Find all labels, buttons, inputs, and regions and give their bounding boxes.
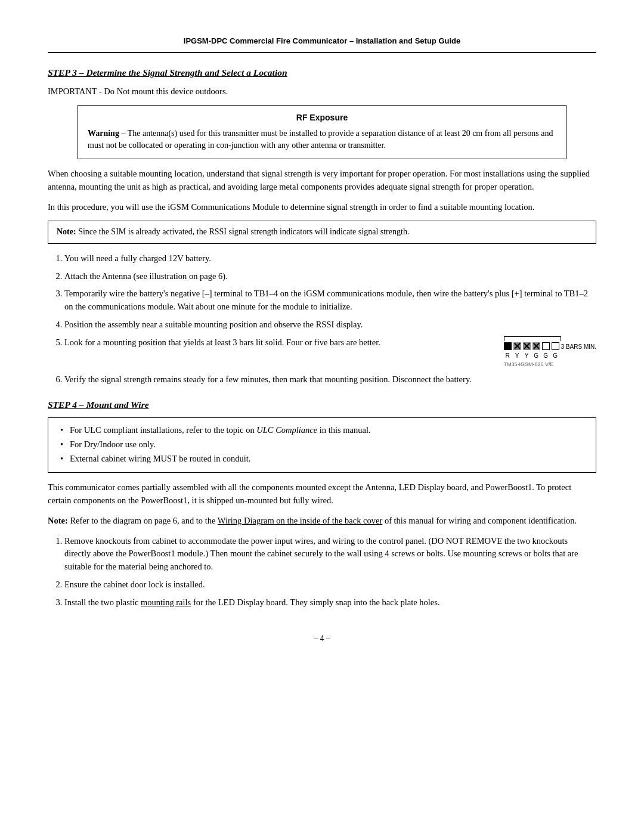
step3-heading: STEP 3 – Determine the Signal Strength a…	[48, 66, 596, 79]
page-header: IPGSM-DPC Commercial Fire Communicator –…	[48, 36, 596, 53]
ulc-italic: ULC Compliance	[256, 425, 317, 435]
step3-para2: In this procedure, you will use the iGSM…	[48, 201, 596, 214]
rf-warning-text: – The antenna(s) used for this transmitt…	[88, 129, 553, 150]
rssi-caption: TM35-IGSM-025 V/E	[504, 361, 554, 369]
step3-note-box: Note: Since the SIM is already activated…	[48, 221, 596, 243]
rf-exposure-box: RF Exposure Warning – The antenna(s) use…	[78, 105, 566, 159]
page-number: – 4 –	[48, 633, 596, 645]
rssi-bar-3	[523, 342, 531, 350]
step4-list-item-2: Ensure the cabinet door lock is installe…	[64, 578, 596, 592]
step4-heading: STEP 4 – Mount and Wire	[48, 398, 596, 411]
rssi-bar-1	[504, 342, 512, 350]
important-text: IMPORTANT - Do Not mount this device out…	[48, 85, 596, 98]
step4-list: Remove knockouts from cabinet to accommo…	[64, 535, 596, 609]
step3-list-item-2: Attach the Antenna (see illustration on …	[64, 270, 596, 283]
step4-bullet-box: For ULC compliant installations, refer t…	[48, 417, 596, 473]
step4-note-para: Note: Refer to the diagram on page 6, an…	[48, 515, 596, 528]
step4-bullet-2: For Dry/Indoor use only.	[58, 438, 586, 451]
three-bars-label: 3 BARS MIN.	[561, 342, 596, 351]
note-body: Since the SIM is already activated, the …	[76, 227, 410, 236]
rssi-bars	[504, 342, 559, 350]
step4-bullet-1: For ULC compliant installations, refer t…	[58, 424, 586, 437]
rssi-bracket	[504, 336, 561, 341]
step4-list-item-1: Remove knockouts from cabinet to accommo…	[64, 535, 596, 574]
step4-list-item-3: Install the two plastic mounting rails f…	[64, 596, 596, 609]
step4-para1: This communicator comes partially assemb…	[48, 481, 596, 507]
step3-list-item-3: Temporarily wire the battery's negative …	[64, 287, 596, 314]
rssi-bar-4	[532, 342, 540, 350]
step3-list-item-1: You will need a fully charged 12V batter…	[64, 252, 596, 265]
note-label: Note:	[57, 227, 76, 236]
step3-list-item-5: Look for a mounting position that yields…	[64, 336, 596, 369]
wiring-diagram-link: Wiring Diagram on the inside of the back…	[218, 516, 382, 525]
rf-warning-label: Warning	[88, 129, 119, 138]
step4-note-body: Refer to the diagram on page 6, and to t…	[68, 516, 218, 525]
rf-box-body: Warning – The antenna(s) used for this t…	[88, 128, 556, 152]
step4-note-label: Note:	[48, 516, 68, 525]
step3-list-item-4: Position the assembly near a suitable mo…	[64, 318, 596, 332]
step4-bullet-3: External cabinet wiring MUST be routed i…	[58, 453, 586, 466]
mounting-rails-link: mounting rails	[141, 597, 191, 607]
rf-box-title: RF Exposure	[88, 112, 556, 123]
step3-list-item-6: Verify the signal strength remains stead…	[64, 373, 596, 386]
rssi-diagram: 3 BARS MIN. R Y Y G G G TM35-IGSM-025 V/…	[504, 336, 596, 369]
step4-section: STEP 4 – Mount and Wire For ULC complian…	[48, 398, 596, 609]
step3-para1: When choosing a suitable mounting locati…	[48, 168, 596, 194]
rssi-bar-5	[542, 342, 550, 350]
step3-list: You will need a fully charged 12V batter…	[64, 252, 596, 386]
step4-bullet-list: For ULC compliant installations, refer t…	[58, 424, 586, 465]
header-title: IPGSM-DPC Commercial Fire Communicator –…	[184, 36, 460, 45]
rssi-letters: R Y Y G G G	[504, 351, 559, 360]
rssi-bar-2	[513, 342, 521, 350]
step4-note-suffix: of this manual for wiring and component …	[382, 516, 577, 525]
step3-note-text: Note: Since the SIM is already activated…	[57, 226, 587, 238]
rssi-bar-6	[552, 342, 559, 350]
